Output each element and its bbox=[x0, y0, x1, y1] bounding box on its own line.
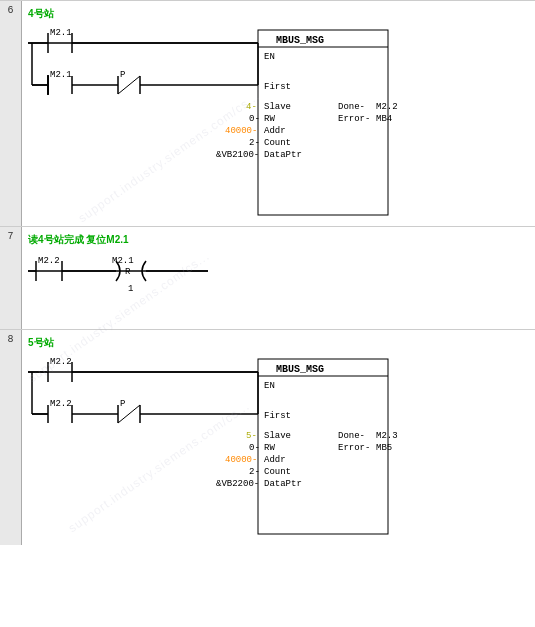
fb-rw-value-6: 0- bbox=[249, 114, 260, 124]
fb-first-label-8: First bbox=[264, 411, 291, 421]
fb-done-value-6: M2.2 bbox=[376, 102, 398, 112]
rung-number-7: 7 bbox=[0, 227, 22, 329]
coil-type-label-7: R bbox=[125, 267, 131, 277]
rung-content-6: 4号站 M2.1 M2.1 P bbox=[22, 1, 535, 226]
ladder-diagram-8: M2.2 M2.2 P MBUS_MSG bbox=[28, 354, 508, 539]
contact-m22-label-7: M2.2 bbox=[38, 256, 60, 266]
contact1-label-6: M2.1 bbox=[50, 28, 72, 38]
fb-dataptr-label-6: DataPtr bbox=[264, 150, 302, 160]
fb-count-value-8: 2- bbox=[249, 467, 260, 477]
fb-rw-label-8: RW bbox=[264, 443, 275, 453]
fb-error-label-8: Error- bbox=[338, 443, 370, 453]
fb-count-label-8: Count bbox=[264, 467, 291, 477]
fb-addr-value-8: 40000- bbox=[225, 455, 257, 465]
fb-done-value-8: M2.3 bbox=[376, 431, 398, 441]
rung-8: 8 5号站 M2.2 M2.2 P bbox=[0, 329, 535, 545]
p-contact-label-8: P bbox=[120, 399, 125, 409]
rung-number-8: 8 bbox=[0, 330, 22, 545]
fb-addr-value-6: 40000- bbox=[225, 126, 257, 136]
fb-slave-value-8: 5- bbox=[246, 431, 257, 441]
contact2-label-6: M2.1 bbox=[50, 70, 72, 80]
contact1-label-8: M2.2 bbox=[50, 357, 72, 367]
fb-en-label-8: EN bbox=[264, 381, 275, 391]
coil-value-label-7: 1 bbox=[128, 284, 133, 294]
rung-content-7: 读4号站完成 复位M2.1 M2.2 M2.1 R 1 bbox=[22, 227, 535, 329]
fb-dataptr-value-6: &VB2100- bbox=[216, 150, 259, 160]
fb-dataptr-label-8: DataPtr bbox=[264, 479, 302, 489]
contact2-label-8: M2.2 bbox=[50, 399, 72, 409]
fb-rw-label-6: RW bbox=[264, 114, 275, 124]
rung-number-6: 6 bbox=[0, 1, 22, 226]
ladder-diagram-7: M2.2 M2.1 R 1 bbox=[28, 251, 508, 323]
fb-en-label-6: EN bbox=[264, 52, 275, 62]
fb-title-8: MBUS_MSG bbox=[276, 364, 324, 375]
rung-content-8: 5号站 M2.2 M2.2 P bbox=[22, 330, 535, 545]
fb-done-label-6: Done- bbox=[338, 102, 365, 112]
fb-slave-value-6: 4- bbox=[246, 102, 257, 112]
rung-label-6: 4号站 bbox=[28, 7, 531, 21]
fb-addr-label-8: Addr bbox=[264, 455, 286, 465]
fb-error-value-6: MB4 bbox=[376, 114, 392, 124]
rung-label-7: 读4号站完成 复位M2.1 bbox=[28, 233, 531, 247]
fb-count-label-6: Count bbox=[264, 138, 291, 148]
fb-error-label-6: Error- bbox=[338, 114, 370, 124]
coil-m21-label-7: M2.1 bbox=[112, 256, 134, 266]
fb-slave-label-6: Slave bbox=[264, 102, 291, 112]
fb-dataptr-value-8: &VB2200- bbox=[216, 479, 259, 489]
fb-title-6: MBUS_MSG bbox=[276, 35, 324, 46]
fb-rw-value-8: 0- bbox=[249, 443, 260, 453]
ladder-diagram-6: M2.1 M2.1 P bbox=[28, 25, 508, 220]
rung-7: 7 读4号站完成 复位M2.1 M2.2 M2.1 R 1 bbox=[0, 226, 535, 329]
rung-label-8: 5号站 bbox=[28, 336, 531, 350]
fb-done-label-8: Done- bbox=[338, 431, 365, 441]
fb-first-label-6: First bbox=[264, 82, 291, 92]
fb-slave-label-8: Slave bbox=[264, 431, 291, 441]
fb-count-value-6: 2- bbox=[249, 138, 260, 148]
fb-error-value-8: MB5 bbox=[376, 443, 392, 453]
fb-addr-label-6: Addr bbox=[264, 126, 286, 136]
p-contact-label-6: P bbox=[120, 70, 125, 80]
rung-6: 6 4号站 M2.1 M2.1 P bbox=[0, 0, 535, 226]
